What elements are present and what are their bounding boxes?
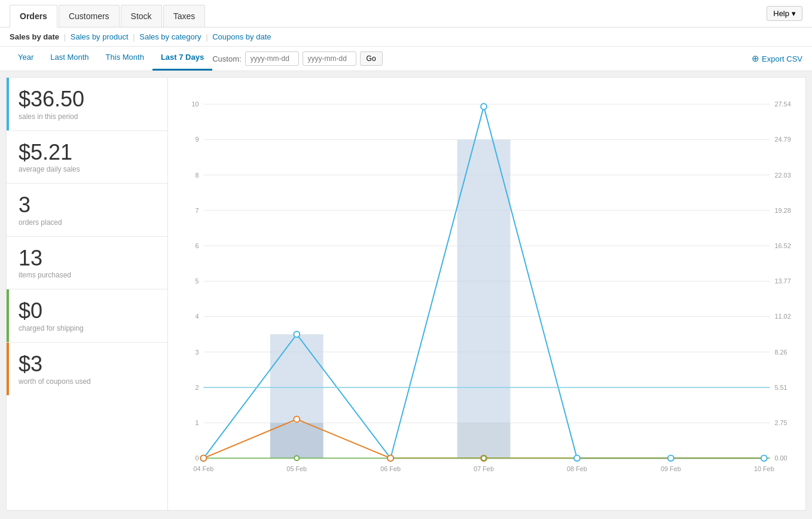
- subnav-sales-by-category[interactable]: Sales by category: [139, 32, 201, 41]
- svg-text:19.28: 19.28: [775, 207, 791, 214]
- main-content: $36.50 sales in this period $5.21 averag…: [6, 77, 806, 511]
- bar-07feb-dark: [457, 423, 511, 458]
- subnav-coupons-by-date[interactable]: Coupons by date: [212, 32, 271, 41]
- stat-shipping-value: $0: [19, 299, 155, 323]
- dot-orange-04feb: [200, 455, 206, 461]
- filter-tab-last-7-days[interactable]: Last 7 Days: [152, 47, 212, 71]
- svg-text:3: 3: [195, 349, 199, 356]
- bar-05feb-dark: [270, 423, 323, 458]
- stat-bar-orange: [7, 343, 9, 395]
- stat-items-value: 13: [19, 246, 155, 270]
- chart-panel: 0 1 2 3 4 5 6 7 8 9 10 0.00 2.75 5.51 8.…: [168, 78, 805, 510]
- dot-blue-08feb: [574, 455, 580, 461]
- svg-text:1: 1: [195, 419, 199, 426]
- stat-coupons-label: worth of coupons used: [19, 377, 155, 386]
- stat-sales: $36.50 sales in this period: [7, 78, 167, 131]
- chevron-down-icon: ▾: [792, 9, 796, 18]
- svg-text:24.79: 24.79: [775, 136, 791, 143]
- svg-text:2.75: 2.75: [775, 419, 787, 426]
- svg-text:8: 8: [195, 172, 199, 179]
- custom-label: Custom:: [212, 54, 241, 63]
- stat-sales-value: $36.50: [19, 87, 155, 111]
- svg-text:9: 9: [195, 136, 199, 143]
- svg-text:09 Feb: 09 Feb: [661, 465, 681, 472]
- bar-07feb-main: [457, 139, 511, 423]
- custom-date-start[interactable]: [245, 51, 299, 66]
- svg-text:8.26: 8.26: [775, 349, 787, 356]
- svg-text:04 Feb: 04 Feb: [193, 465, 213, 472]
- dot-blue-09feb: [668, 455, 674, 461]
- custom-date-section: Custom: Go: [212, 47, 382, 71]
- stat-coupons-value: $3: [19, 352, 155, 376]
- svg-text:5: 5: [195, 277, 199, 285]
- help-button[interactable]: Help ▾: [767, 6, 802, 21]
- svg-text:0: 0: [195, 454, 199, 462]
- stat-avg-label: average daily sales: [19, 165, 155, 173]
- stat-coupons: $3 worth of coupons used: [7, 343, 167, 395]
- stat-orders-label: orders placed: [19, 218, 155, 227]
- dot-blue-07feb: [481, 103, 487, 109]
- svg-text:07 Feb: 07 Feb: [474, 465, 494, 472]
- main-tabs: Orders Customers Stock Taxes: [10, 0, 206, 27]
- svg-text:22.03: 22.03: [775, 172, 791, 179]
- filter-tab-year[interactable]: Year: [10, 47, 42, 71]
- svg-text:4: 4: [195, 313, 199, 320]
- dot-orange-05feb: [294, 416, 300, 422]
- tab-orders[interactable]: Orders: [10, 5, 57, 28]
- filter-tab-this-month[interactable]: This Month: [97, 47, 152, 71]
- svg-text:7: 7: [195, 207, 199, 214]
- stat-orders-value: 3: [19, 193, 155, 217]
- tab-stock[interactable]: Stock: [121, 5, 162, 27]
- stat-avg-value: $5.21: [19, 141, 155, 164]
- dot-blue-10feb: [761, 455, 767, 461]
- dot-green-05feb: [294, 456, 299, 460]
- svg-text:05 Feb: 05 Feb: [286, 465, 307, 472]
- svg-text:11.02: 11.02: [775, 313, 791, 320]
- stat-bar-blue: [7, 78, 9, 130]
- stat-avg-daily: $5.21 average daily sales: [7, 131, 167, 184]
- stat-orders: 3 orders placed: [7, 184, 167, 237]
- sales-chart: 0 1 2 3 4 5 6 7 8 9 10 0.00 2.75 5.51 8.…: [174, 84, 799, 502]
- svg-text:2: 2: [195, 384, 199, 391]
- svg-text:10: 10: [191, 100, 199, 108]
- stat-items: 13 items purchased: [7, 237, 167, 290]
- filter-tab-last-month[interactable]: Last Month: [42, 47, 97, 71]
- go-button[interactable]: Go: [360, 51, 383, 66]
- tab-taxes[interactable]: Taxes: [163, 5, 206, 27]
- dot-blue-05feb: [294, 331, 300, 337]
- dot-green-07feb: [481, 456, 486, 460]
- plus-circle-icon: ⊕: [752, 53, 759, 64]
- svg-text:06 Feb: 06 Feb: [380, 465, 401, 472]
- stat-items-label: items purchased: [19, 271, 155, 279]
- top-bar: Orders Customers Stock Taxes Help ▾: [0, 0, 812, 28]
- stat-sales-label: sales in this period: [19, 112, 155, 121]
- svg-text:6: 6: [195, 242, 199, 249]
- svg-text:08 Feb: 08 Feb: [567, 465, 587, 472]
- export-csv-button[interactable]: ⊕ Export CSV: [752, 53, 802, 64]
- stat-shipping-label: charged for shipping: [19, 324, 155, 332]
- filter-bar: Year Last Month This Month Last 7 Days C…: [0, 47, 812, 71]
- svg-text:13.77: 13.77: [775, 277, 791, 285]
- stat-shipping: $0 charged for shipping: [7, 289, 167, 343]
- sub-nav: Sales by date | Sales by product | Sales…: [0, 28, 812, 47]
- stat-bar-green: [7, 289, 9, 342]
- dot-orange-06feb: [387, 455, 393, 461]
- svg-text:5.51: 5.51: [775, 384, 787, 391]
- stats-panel: $36.50 sales in this period $5.21 averag…: [7, 78, 168, 510]
- svg-text:16.52: 16.52: [775, 242, 791, 249]
- subnav-current: Sales by date: [10, 32, 59, 41]
- svg-text:10 Feb: 10 Feb: [754, 465, 774, 472]
- svg-text:0.00: 0.00: [775, 454, 787, 462]
- tab-customers[interactable]: Customers: [59, 5, 120, 27]
- subnav-sales-by-product[interactable]: Sales by product: [71, 32, 129, 41]
- svg-text:27.54: 27.54: [775, 100, 791, 108]
- filter-tabs: Year Last Month This Month Last 7 Days C…: [10, 47, 383, 71]
- custom-date-end[interactable]: [303, 51, 356, 66]
